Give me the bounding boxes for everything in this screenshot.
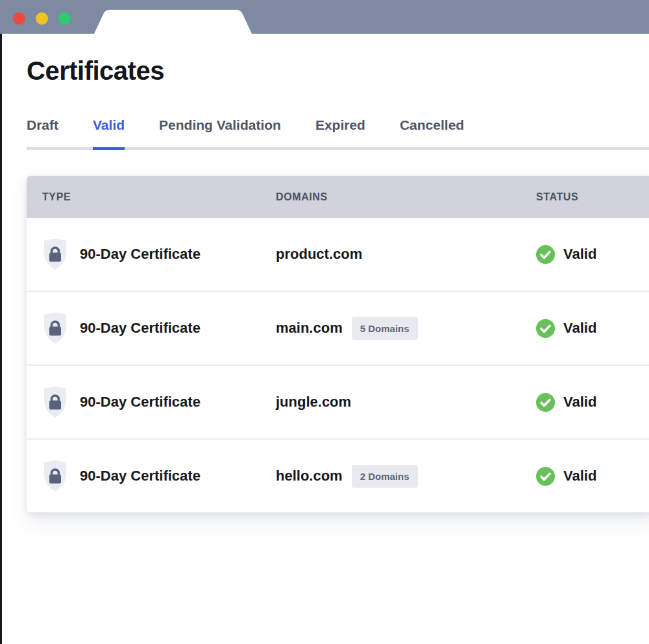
table-row[interactable]: 90-Day Certificate jungle.com Valid: [27, 364, 649, 438]
browser-tab-shape[interactable]: [94, 10, 252, 34]
domain-name: hello.com: [276, 468, 343, 484]
tab-expired[interactable]: Expired: [315, 117, 365, 147]
table-row[interactable]: 90-Day Certificate hello.com 2 Domains V…: [27, 438, 649, 512]
tab-cancelled[interactable]: Cancelled: [400, 117, 464, 147]
column-header-type: TYPE: [27, 191, 276, 203]
page-title: Certificates: [2, 34, 649, 86]
window-body: Certificates DraftValidPending Validatio…: [0, 34, 649, 644]
domain-name: product.com: [276, 246, 362, 263]
column-header-domains: DOMAINS: [276, 191, 536, 203]
shield-lock-icon: [42, 238, 68, 270]
close-button[interactable]: [13, 12, 25, 25]
table-header-row: TYPE DOMAINS STATUS: [27, 176, 649, 218]
table-row[interactable]: 90-Day Certificate product.com Valid: [27, 218, 649, 291]
domain-count-badge: 5 Domains: [352, 317, 418, 340]
check-circle-icon: [536, 393, 555, 412]
column-header-status: STATUS: [536, 191, 649, 203]
domain-name: main.com: [276, 320, 343, 337]
tab-valid[interactable]: Valid: [93, 117, 125, 150]
status-label: Valid: [563, 394, 596, 411]
status-label: Valid: [563, 320, 596, 337]
status-label: Valid: [563, 246, 596, 263]
browser-chrome-bar: [0, 0, 649, 34]
traffic-lights: [13, 12, 71, 25]
shield-lock-icon: [42, 460, 68, 492]
shield-lock-icon: [42, 386, 68, 418]
tab-draft[interactable]: Draft: [27, 117, 58, 147]
check-circle-icon: [536, 245, 555, 264]
tab-pending-validation[interactable]: Pending Validation: [159, 117, 281, 147]
shield-lock-icon: [42, 312, 68, 344]
fullscreen-button[interactable]: [58, 12, 71, 25]
domain-name: jungle.com: [276, 394, 351, 411]
status-label: Valid: [563, 468, 596, 484]
minimize-button[interactable]: [36, 12, 48, 25]
certificate-type-label: 90-Day Certificate: [80, 320, 201, 337]
table-row[interactable]: 90-Day Certificate main.com 5 Domains Va…: [27, 291, 649, 364]
certificate-type-label: 90-Day Certificate: [80, 468, 201, 484]
certificates-table: TYPE DOMAINS STATUS 90-Day Certificate p…: [27, 176, 649, 512]
table-body: 90-Day Certificate product.com Valid 90-…: [27, 218, 649, 512]
certificate-type-label: 90-Day Certificate: [80, 394, 201, 411]
domain-count-badge: 2 Domains: [352, 465, 418, 488]
check-circle-icon: [536, 319, 555, 338]
certificate-type-label: 90-Day Certificate: [80, 246, 201, 263]
tab-list: DraftValidPending ValidationExpiredCance…: [27, 117, 649, 150]
check-circle-icon: [536, 467, 555, 486]
